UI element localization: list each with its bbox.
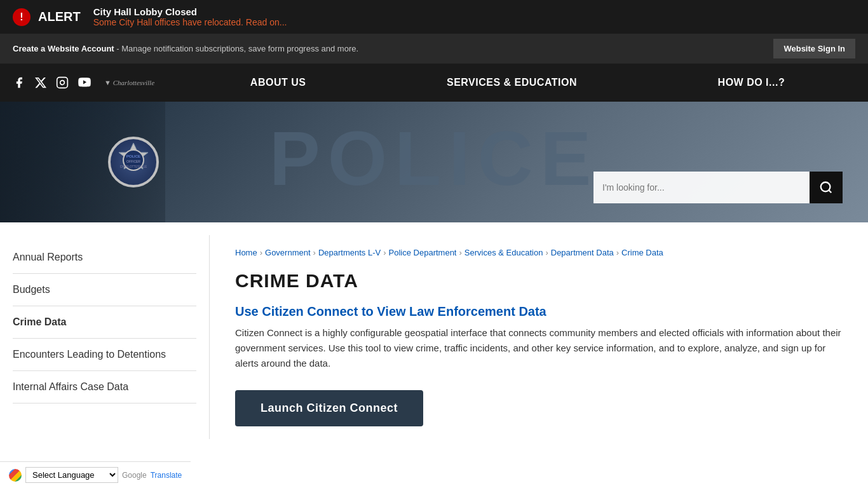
breadcrumb: Home›Government›Departments L-V›Police D… (235, 248, 843, 257)
section-body: Citizen Connect is a highly configurable… (235, 325, 843, 371)
account-bar: Create a Website Account - Manage notifi… (0, 34, 868, 64)
breadcrumb-separator: › (260, 248, 262, 257)
alert-bar: ALERT City Hall Lobby Closed Some City H… (0, 0, 868, 34)
breadcrumb-separator: › (313, 248, 316, 257)
main-content: Home›Government›Departments L-V›Police D… (210, 235, 868, 439)
sidebar-items: Annual ReportsBudgetsCrime DataEncounter… (13, 241, 196, 403)
breadcrumb-link[interactable]: Government (265, 248, 311, 257)
youtube-icon[interactable] (78, 78, 92, 88)
svg-text:OFFICER: OFFICER (126, 159, 140, 163)
nav-bar: ▼ Charlottesville ABOUT US SERVICES & ED… (0, 64, 868, 102)
instagram-icon[interactable] (56, 76, 69, 89)
sidebar-item: Crime Data (13, 306, 196, 339)
sidebar-link-crime-data[interactable]: Crime Data (13, 316, 196, 328)
account-bar-manage-text: - Manage notification subscriptions, sav… (116, 44, 358, 53)
alert-label: ALERT (38, 10, 81, 24)
sidebar-item: Annual Reports (13, 241, 196, 274)
create-account-link[interactable]: Create a Website Account (13, 44, 114, 53)
hero-banner: POLICE POLICE OFFICER CHARLOTTESVILLE (0, 102, 868, 222)
alert-icon (13, 8, 31, 26)
facebook-icon[interactable] (13, 76, 25, 89)
badge-circle: POLICE OFFICER CHARLOTTESVILLE (108, 137, 159, 187)
breadcrumb-link[interactable]: Crime Data (621, 248, 663, 257)
social-icons (13, 76, 92, 89)
hero-police-text: POLICE (269, 114, 599, 202)
sidebar-link-encounters-leading-to-detentions[interactable]: Encounters Leading to Detentions (13, 349, 196, 360)
google-icon (9, 469, 22, 482)
breadcrumb-separator: › (459, 248, 461, 257)
translate-link[interactable]: Translate (151, 471, 182, 480)
nav-services-education[interactable]: SERVICES & EDUCATION (440, 64, 583, 101)
breadcrumb-separator: › (616, 248, 619, 257)
alert-subtitle[interactable]: Some City Hall offices have relocated. R… (93, 17, 855, 27)
breadcrumb-separator: › (383, 248, 386, 257)
breadcrumb-separator: › (545, 248, 548, 257)
search-button[interactable] (810, 172, 843, 203)
content-area: Annual ReportsBudgetsCrime DataEncounter… (0, 222, 868, 452)
nav-how-do-i[interactable]: HOW DO I...? (712, 64, 792, 101)
launch-citizen-connect-button[interactable]: Launch Citizen Connect (235, 390, 423, 426)
sidebar-item: Encounters Leading to Detentions (13, 339, 196, 371)
breadcrumb-link[interactable]: Home (235, 248, 257, 257)
sidebar-link-budgets[interactable]: Budgets (13, 284, 196, 295)
alert-title: City Hall Lobby Closed (93, 6, 855, 17)
sidebar-item: Budgets (13, 274, 196, 306)
twitter-icon[interactable] (34, 76, 47, 89)
breadcrumb-link[interactable]: Department Data (551, 248, 614, 257)
sidebar: Annual ReportsBudgetsCrime DataEncounter… (0, 235, 210, 439)
svg-point-8 (821, 182, 831, 192)
nav-about-us[interactable]: ABOUT US (244, 64, 313, 101)
breadcrumb-link[interactable]: Police Department (389, 248, 457, 257)
hero-search (593, 172, 843, 203)
svg-rect-0 (57, 78, 68, 88)
city-logo: ▼ Charlottesville (104, 79, 154, 86)
account-bar-left: Create a Website Account - Manage notifi… (13, 44, 358, 53)
sidebar-link-internal-affairs-case-data[interactable]: Internal Affairs Case Data (13, 381, 196, 393)
breadcrumb-link[interactable]: Services & Education (465, 248, 543, 257)
search-input[interactable] (593, 172, 810, 203)
section-title[interactable]: Use Citizen Connect to View Law Enforcem… (235, 304, 843, 319)
google-label: Google (122, 471, 147, 480)
breadcrumb-link[interactable]: Departments L-V (318, 248, 381, 257)
svg-text:CHARLOTTESVILLE: CHARLOTTESVILLE (120, 165, 147, 168)
sidebar-item: Internal Affairs Case Data (13, 371, 196, 403)
language-select[interactable]: Select Language (25, 467, 118, 483)
sidebar-link-annual-reports[interactable]: Annual Reports (13, 252, 196, 263)
page-title: CRIME DATA (235, 270, 843, 292)
main-nav: ABOUT US SERVICES & EDUCATION HOW DO I..… (180, 64, 855, 101)
translate-bar: Select Language Google Translate (0, 461, 191, 488)
alert-content: City Hall Lobby Closed Some City Hall of… (93, 6, 855, 27)
svg-text:POLICE: POLICE (126, 154, 140, 158)
signin-button[interactable]: Website Sign In (773, 39, 855, 58)
